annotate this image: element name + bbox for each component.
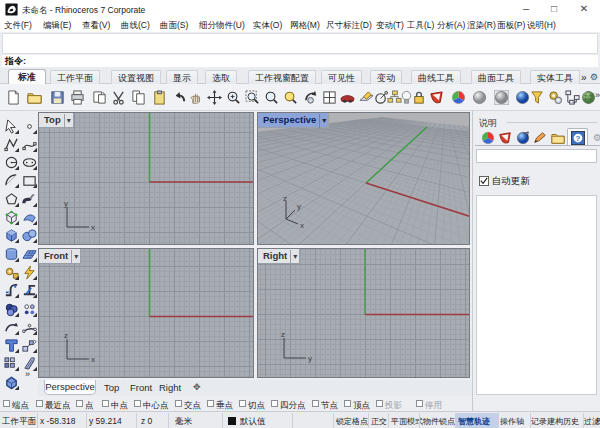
svg-text:x: x <box>91 355 95 364</box>
svg-text:x: x <box>91 223 95 232</box>
svg-text:?: ? <box>575 134 580 143</box>
svg-text:z: z <box>64 331 68 340</box>
svg-text:x: x <box>300 221 304 229</box>
svg-text:y: y <box>297 202 301 211</box>
svg-text:y: y <box>308 354 312 363</box>
svg-text:y: y <box>64 199 68 208</box>
svg-text:z: z <box>281 330 285 339</box>
svg-text:z: z <box>283 195 287 203</box>
